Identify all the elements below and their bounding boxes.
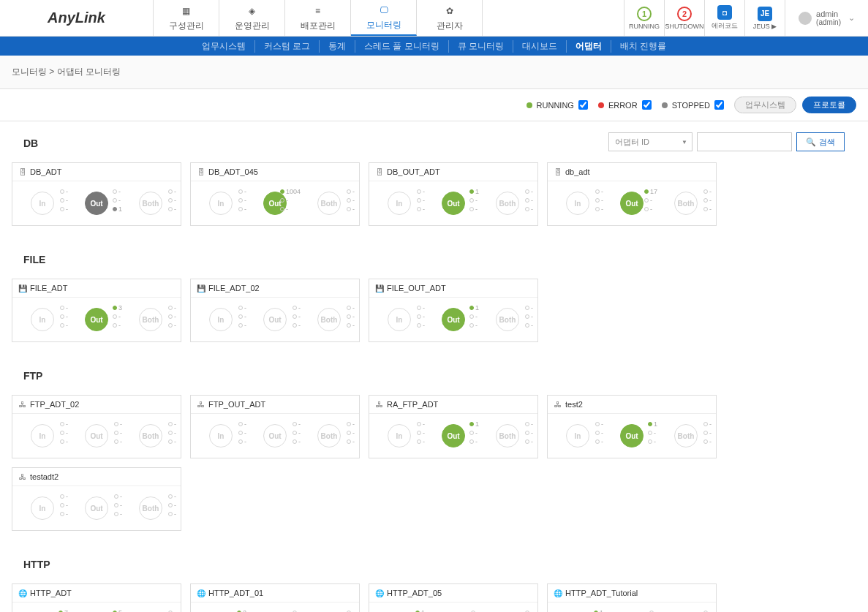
- slot-out[interactable]: Out 1--: [426, 186, 480, 221]
- slot-out[interactable]: Out 1004--: [248, 186, 302, 221]
- slot-out[interactable]: Out ---: [69, 418, 124, 453]
- slot-both[interactable]: Both ---: [124, 186, 178, 221]
- slot-out[interactable]: Out ---: [426, 607, 480, 612]
- slot-both[interactable]: Both ---: [302, 418, 356, 453]
- adapter-card[interactable]: 🖧 FTP_ADT_02 In --- Out --- Both ---: [12, 395, 181, 458]
- user-avatar-icon: [799, 12, 812, 25]
- slot-indicators: ---: [703, 187, 712, 214]
- slot-out[interactable]: Out --1: [69, 186, 124, 221]
- nav-배포관리[interactable]: ≡배포관리: [285, 0, 351, 36]
- adapter-card[interactable]: 🌐 HTTP_ADT In 7-- Out 5-- Both ---: [12, 583, 181, 612]
- subnav-업무시스템[interactable]: 업무시스템: [193, 40, 255, 53]
- slot-circle: Both: [139, 424, 162, 447]
- indicator-dot-icon: [595, 439, 600, 444]
- nav-구성관리[interactable]: ▦구성관리: [154, 0, 219, 36]
- slot-in[interactable]: In ---: [15, 491, 69, 526]
- slot-both[interactable]: Both ---: [124, 491, 178, 526]
- slot-both[interactable]: Both ---: [124, 302, 178, 337]
- slot-out[interactable]: Out 1--: [426, 418, 480, 453]
- nav-관리자[interactable]: ✿관리자: [417, 0, 483, 36]
- slot-in[interactable]: In 2--: [194, 607, 248, 612]
- adapter-card[interactable]: 🖧 FTP_OUT_ADT In --- Out --- Both ---: [190, 395, 360, 458]
- adapter-card[interactable]: 🌐 HTTP_ADT_05 In 1-- Out --- Both ---: [369, 583, 538, 612]
- slot-both[interactable]: Both ---: [302, 607, 356, 612]
- indicator-line: -: [525, 608, 533, 612]
- slot-in[interactable]: In 1--: [551, 607, 605, 612]
- adapter-card[interactable]: 💾 FILE_ADT In --- Out 3-- Both ---: [12, 279, 181, 342]
- error-checkbox[interactable]: [642, 100, 652, 110]
- adapter-card[interactable]: 🗄 db_adt In --- Out 17-- Both ---: [547, 162, 717, 226]
- slot-both[interactable]: Both ---: [124, 607, 178, 612]
- stopped-checkbox[interactable]: [714, 100, 724, 110]
- slot-in[interactable]: In 1--: [372, 607, 426, 612]
- subnav-통계[interactable]: 통계: [320, 40, 355, 53]
- indicator-value: -: [174, 420, 176, 428]
- slot-both[interactable]: Both ---: [480, 418, 535, 453]
- slot-out[interactable]: Out ---: [248, 607, 302, 612]
- subnav-대시보드[interactable]: 대시보드: [513, 40, 567, 53]
- indicator-line: -: [238, 187, 246, 196]
- slot-both[interactable]: Both ---: [480, 186, 535, 221]
- slot-in[interactable]: In 7--: [15, 607, 69, 612]
- slot-indicators: ---: [60, 187, 68, 214]
- slot-out[interactable]: Out ---: [248, 418, 302, 453]
- adapter-id-select[interactable]: 어댑터 ID: [608, 132, 692, 151]
- adapter-card[interactable]: 💾 FILE_OUT_ADT In --- Out 1-- Both ---: [369, 279, 538, 342]
- slot-out[interactable]: Out ---: [69, 491, 124, 526]
- slot-both[interactable]: Both ---: [659, 418, 713, 453]
- subnav-스레드 풀 모니터링[interactable]: 스레드 풀 모니터링: [355, 40, 449, 53]
- adapter-card[interactable]: 🌐 HTTP_ADT_01 In 2-- Out --- Both ---: [190, 583, 360, 612]
- adapter-card[interactable]: 🖧 RA_FTP_ADT In --- Out 1-- Both ---: [369, 395, 538, 458]
- slot-out[interactable]: Out 1--: [605, 418, 659, 453]
- slot-in[interactable]: In ---: [15, 186, 69, 221]
- slot-in[interactable]: In ---: [194, 302, 248, 337]
- slot-both[interactable]: Both ---: [124, 418, 178, 453]
- subnav-큐 모니터링[interactable]: 큐 모니터링: [449, 40, 513, 53]
- search-button[interactable]: 🔍검색: [796, 132, 845, 151]
- slot-in[interactable]: In ---: [551, 418, 605, 453]
- slot-both[interactable]: Both ---: [659, 186, 713, 221]
- slot-out[interactable]: Out ---: [605, 607, 659, 612]
- nav-운영관리[interactable]: ◈운영관리: [219, 0, 285, 36]
- subnav-커스텀 로그[interactable]: 커스텀 로그: [255, 40, 320, 53]
- status-RUNNING[interactable]: 1RUNNING: [624, 0, 664, 36]
- slot-in[interactable]: In ---: [372, 186, 426, 221]
- status-JEUS ▶[interactable]: JEJEUS ▶: [744, 0, 785, 36]
- slot-in[interactable]: In ---: [15, 302, 69, 337]
- slot-both[interactable]: Both ---: [302, 302, 356, 337]
- slot-in[interactable]: In ---: [372, 418, 426, 453]
- adapter-card[interactable]: 🗄 DB_ADT In --- Out --1 Both ---: [12, 162, 181, 226]
- running-checkbox[interactable]: [578, 100, 588, 110]
- slot-out[interactable]: Out 17--: [605, 186, 659, 221]
- protocol-button[interactable]: 프로토콜: [802, 97, 856, 113]
- slot-both[interactable]: Both ---: [480, 302, 535, 337]
- adapter-card[interactable]: 🗄 DB_ADT_045 In --- Out 1004-- Both ---: [190, 162, 360, 226]
- subnav-어댑터[interactable]: 어댑터: [567, 40, 611, 53]
- adapter-card[interactable]: 🖧 test2 In --- Out 1-- Both ---: [547, 395, 717, 458]
- slot-out[interactable]: Out 3--: [69, 302, 124, 337]
- slot-in[interactable]: In ---: [551, 186, 605, 221]
- search-input[interactable]: [697, 132, 792, 151]
- user-menu[interactable]: admin (admin) ⌄: [785, 0, 868, 36]
- slot-both[interactable]: Both ---: [480, 607, 535, 612]
- slot-in[interactable]: In ---: [372, 302, 426, 337]
- adapter-card[interactable]: 🖧 testadt2 In --- Out --- Both ---: [12, 467, 181, 531]
- adapter-card[interactable]: 🌐 HTTP_ADT_Tutorial In 1-- Out --- Both …: [547, 583, 717, 612]
- adapter-card[interactable]: 💾 FILE_ADT_02 In --- Out --- Both ---: [190, 279, 360, 342]
- nav-모니터링[interactable]: 🖵모니터링: [351, 0, 417, 36]
- slot-both[interactable]: Both ---: [302, 186, 356, 221]
- indicator-line: -: [293, 303, 301, 312]
- slot-in[interactable]: In ---: [15, 418, 69, 453]
- indicator-value: 1: [600, 608, 603, 612]
- status-에러코드[interactable]: ◘에러코드: [704, 0, 744, 36]
- biz-system-button[interactable]: 업무시스템: [734, 97, 796, 113]
- adapter-card[interactable]: 🗄 DB_OUT_ADT In --- Out 1-- Both ---: [369, 162, 538, 226]
- slot-out[interactable]: Out 1--: [426, 302, 480, 337]
- slot-both[interactable]: Both ---: [659, 607, 713, 612]
- slot-in[interactable]: In ---: [194, 418, 248, 453]
- status-SHUTDOWN[interactable]: 2SHUTDOWN: [664, 0, 704, 36]
- slot-out[interactable]: Out 5--: [69, 607, 124, 612]
- slot-in[interactable]: In ---: [194, 186, 248, 221]
- slot-out[interactable]: Out ---: [248, 302, 302, 337]
- subnav-배치 진행률[interactable]: 배치 진행률: [611, 40, 675, 53]
